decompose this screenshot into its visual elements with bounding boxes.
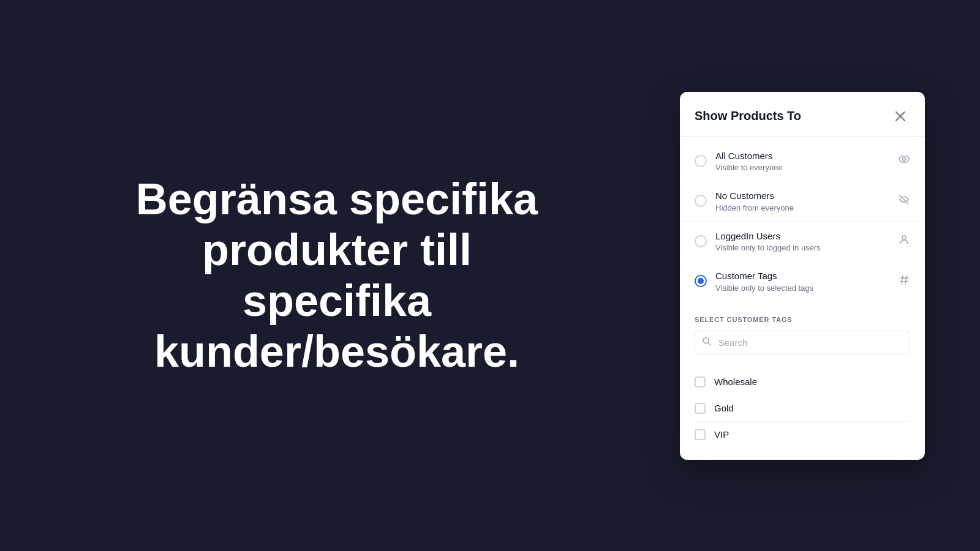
hero-title: Begränsa specifika produkter till specif…: [123, 174, 551, 377]
customer-tags-section: Select Customer Tags: [680, 306, 925, 369]
close-button[interactable]: [891, 107, 910, 126]
option-loggedin-users-text: LoggedIn Users Visible only to logged in…: [715, 230, 891, 253]
close-icon: [895, 111, 906, 122]
search-container: [695, 331, 910, 354]
options-list: All Customers Visible to everyone No Cus…: [680, 137, 925, 306]
option-customer-tags-text: Customer Tags Visible only to selected t…: [715, 270, 891, 293]
radio-no-customers: [695, 195, 707, 207]
tag-label-gold: Gold: [714, 403, 734, 413]
option-customer-tags-title: Customer Tags: [715, 270, 891, 282]
radio-all-customers: [695, 155, 707, 167]
modal-header: Show Products To: [680, 92, 925, 137]
search-input[interactable]: [695, 331, 910, 354]
option-no-customers[interactable]: No Customers Hidden from everyone: [680, 181, 925, 222]
radio-loggedin-users: [695, 235, 707, 247]
checkbox-vip[interactable]: [695, 429, 706, 440]
option-customer-tags-subtitle: Visible only to selected tags: [715, 283, 891, 293]
radio-inner-dot: [698, 278, 704, 284]
tag-label-vip: VIP: [714, 429, 729, 440]
option-customer-tags[interactable]: Customer Tags Visible only to selected t…: [680, 261, 925, 301]
option-loggedin-users-title: LoggedIn Users: [715, 230, 891, 242]
svg-point-1: [903, 158, 906, 161]
option-no-customers-text: No Customers Hidden from everyone: [715, 190, 891, 212]
modal-title: Show Products To: [695, 109, 801, 123]
checkbox-gold[interactable]: [695, 403, 706, 414]
select-tags-label: Select Customer Tags: [695, 316, 910, 323]
eye-off-icon: [898, 193, 910, 209]
checkbox-wholesale[interactable]: [695, 377, 706, 388]
modal-section: Show Products To All Customers Visible t…: [674, 92, 931, 460]
svg-point-2: [902, 236, 906, 239]
tag-item-wholesale[interactable]: Wholesale: [695, 369, 910, 395]
tag-list: Wholesale Gold VIP: [680, 369, 925, 448]
option-all-customers[interactable]: All Customers Visible to everyone: [680, 141, 925, 182]
user-icon: [898, 233, 910, 249]
option-loggedin-users-subtitle: Visible only to logged in users: [715, 243, 891, 252]
option-no-customers-subtitle: Hidden from everyone: [715, 203, 891, 212]
option-all-customers-text: All Customers Visible to everyone: [715, 150, 891, 173]
tag-label-wholesale: Wholesale: [714, 377, 757, 387]
hash-icon: [898, 274, 910, 289]
svg-point-0: [899, 156, 909, 163]
option-all-customers-subtitle: Visible to everyone: [715, 163, 891, 172]
tag-item-gold[interactable]: Gold: [695, 395, 910, 422]
radio-customer-tags: [695, 275, 707, 287]
show-products-modal: Show Products To All Customers Visible t…: [680, 92, 925, 460]
tag-item-vip[interactable]: VIP: [695, 422, 910, 448]
option-no-customers-title: No Customers: [715, 190, 891, 202]
search-icon: [702, 337, 712, 348]
hero-section: Begränsa specifika produkter till specif…: [0, 174, 674, 377]
eye-icon: [898, 153, 910, 168]
option-all-customers-title: All Customers: [715, 150, 891, 162]
option-loggedin-users[interactable]: LoggedIn Users Visible only to logged in…: [680, 222, 925, 262]
